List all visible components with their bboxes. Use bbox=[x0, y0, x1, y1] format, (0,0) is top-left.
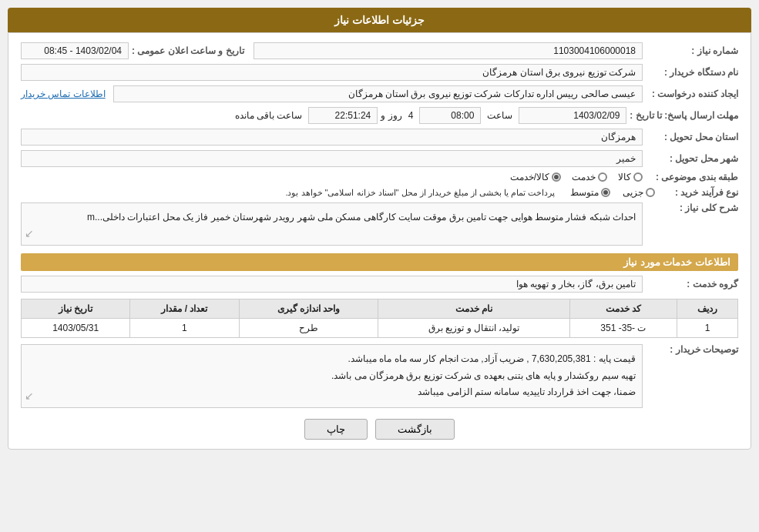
table-cell-need_date: 1403/05/31 bbox=[22, 319, 130, 338]
deadline-time-label: ساعت bbox=[487, 110, 512, 121]
process-option-1-label: جزیی bbox=[623, 187, 643, 198]
service-group-value: تامین برق، گاز، بخار و تهویه هوا bbox=[21, 276, 643, 293]
creator-value: عیسی صالحی رییس اداره تداركات شرکت توزیع… bbox=[113, 85, 643, 102]
deadline-date: 1403/02/09 bbox=[519, 107, 626, 124]
process-radio-2 bbox=[601, 188, 610, 197]
col-header-unit: واحد اندازه گیری bbox=[239, 299, 378, 319]
province-value: هرمزگان bbox=[21, 129, 643, 146]
back-button[interactable]: بازگشت bbox=[375, 419, 455, 440]
page-container: جزئیات اطلاعات نیاز شماره نیاز : 1103004… bbox=[0, 0, 759, 532]
province-label: استان محل تحویل : bbox=[646, 132, 738, 142]
remaining-suffix: ساعت باقی مانده bbox=[235, 110, 303, 121]
buyer-notes-label: توصیحات خریدار : bbox=[646, 344, 738, 355]
main-panel: شماره نیاز : 1103004106000018 تاریخ و سا… bbox=[8, 32, 751, 450]
creator-contact-link[interactable]: اطلاعات تماس خریدار bbox=[21, 89, 106, 99]
city-label: شهر محل تحویل : bbox=[646, 153, 738, 164]
province-row: استان محل تحویل : هرمزگان bbox=[21, 129, 738, 146]
page-header: جزئیات اطلاعات نیاز bbox=[8, 8, 751, 32]
buyer-notes-line1: قیمت پایه : 7,630,205,381 , ضریب آزاد, م… bbox=[28, 351, 636, 368]
process-note: پرداخت تمام یا بخشی از مبلغ خریدار از مح… bbox=[285, 188, 555, 198]
deadline-row: مهلت ارسال پاسخ: تا تاریخ : 1403/02/09 س… bbox=[21, 107, 738, 124]
button-row: بازگشت چاپ bbox=[21, 419, 738, 440]
creator-row: ایجاد کننده درخواست : عیسی صالحی رییس اد… bbox=[21, 85, 738, 102]
category-option-1-label: کالا bbox=[618, 172, 631, 182]
remaining-days-value: 4 bbox=[408, 110, 414, 121]
category-option-3-label: کالا/خدمت bbox=[510, 172, 549, 182]
category-radio-1 bbox=[633, 172, 643, 182]
city-value: خمیر bbox=[21, 150, 643, 167]
remaining-time: 22:51:24 bbox=[308, 107, 378, 124]
city-row: شهر محل تحویل : خمیر bbox=[21, 150, 738, 167]
category-option-2-label: خدمت bbox=[572, 172, 596, 182]
buyer-notes-row: توصیحات خریدار : قیمت پایه : 7,630,205,3… bbox=[21, 344, 738, 408]
need-desc-value: احداث شبکه فشار متوسط هوایی جهت تامین بر… bbox=[21, 202, 643, 246]
table-cell-service_name: تولید، انتقال و توزیع برق bbox=[378, 319, 569, 338]
services-table: ردیف کد خدمت نام خدمت واحد اندازه گیری ت… bbox=[21, 299, 738, 338]
header-title: جزئیات اطلاعات نیاز bbox=[334, 14, 425, 26]
col-header-quantity: تعداد / مقدار bbox=[130, 299, 239, 319]
table-cell-quantity: 1 bbox=[130, 319, 239, 338]
buyer-org-label: نام دستگاه خریدار : bbox=[646, 67, 738, 78]
process-label: نوع فرآیند خرید : bbox=[661, 187, 738, 198]
col-header-row-num: ردیف bbox=[677, 299, 738, 319]
need-desc-row: شرح کلی نیاز : احداث شبکه فشار متوسط هوا… bbox=[21, 202, 738, 246]
buyer-notes-line2: تهیه سیم روکشدار و پایه های بتنی بعهده ی… bbox=[28, 368, 636, 385]
need-number-label: شماره نیاز : bbox=[646, 45, 738, 56]
table-cell-unit: طرح bbox=[239, 319, 378, 338]
process-option-1[interactable]: جزیی bbox=[623, 187, 655, 198]
process-option-2[interactable]: متوسط bbox=[570, 187, 610, 198]
category-radio-2 bbox=[598, 172, 607, 182]
deadline-time: 08:00 bbox=[419, 107, 481, 124]
process-options: جزیی متوسط bbox=[570, 187, 655, 198]
category-options: کالا خدمت کالا/خدمت bbox=[510, 172, 643, 182]
service-group-label: گروه خدمت : bbox=[646, 279, 738, 289]
process-row: نوع فرآیند خرید : جزیی متوسط پرداخت تمام… bbox=[21, 187, 738, 198]
need-desc-label: شرح کلی نیاز : bbox=[646, 202, 738, 213]
deadline-label: مهلت ارسال پاسخ: تا تاریخ : bbox=[630, 110, 738, 121]
buyer-org-row: نام دستگاه خریدار : شرکت توزیع نیروی برق… bbox=[21, 64, 738, 81]
services-section-title: اطلاعات خدمات مورد نیاز bbox=[21, 253, 738, 271]
creator-label: ایجاد کننده درخواست : bbox=[646, 89, 738, 99]
category-row: طبقه بندی موضوعی : کالا خدمت کالا/خدمت bbox=[21, 172, 738, 182]
services-table-section: ردیف کد خدمت نام خدمت واحد اندازه گیری ت… bbox=[21, 299, 738, 338]
category-label: طبقه بندی موضوعی : bbox=[646, 172, 738, 182]
table-cell-row_num: 1 bbox=[677, 319, 738, 338]
col-header-service-code: کد خدمت bbox=[569, 299, 677, 319]
buyer-notes-line3: ضمنا، جهت اخذ قرارداد تاییدیه سامانه ستم… bbox=[28, 384, 636, 401]
remaining-days-label: روز و bbox=[381, 110, 401, 121]
category-option-1[interactable]: کالا bbox=[618, 172, 643, 182]
table-row: 1ت -35- 351تولید، انتقال و توزیع برقطرح1… bbox=[22, 319, 738, 338]
category-radio-3 bbox=[552, 172, 561, 182]
announce-value: 1403/02/04 - 08:45 bbox=[21, 42, 129, 59]
need-number-value: 1103004106000018 bbox=[254, 42, 643, 59]
announce-label: تاریخ و ساعت اعلان عمومی : bbox=[132, 45, 244, 56]
buyer-org-value: شرکت توزیع نیروی برق استان هرمزگان bbox=[21, 64, 643, 81]
col-header-need-date: تاریخ نیاز bbox=[22, 299, 130, 319]
need-number-row: شماره نیاز : 1103004106000018 تاریخ و سا… bbox=[21, 42, 738, 59]
col-header-service-name: نام خدمت bbox=[378, 299, 569, 319]
category-option-2[interactable]: خدمت bbox=[572, 172, 607, 182]
process-radio-1 bbox=[646, 188, 655, 197]
print-button[interactable]: چاپ bbox=[304, 419, 368, 440]
process-option-2-label: متوسط bbox=[570, 187, 599, 198]
buyer-notes-content: قیمت پایه : 7,630,205,381 , ضریب آزاد, م… bbox=[21, 344, 643, 408]
category-option-3[interactable]: کالا/خدمت bbox=[510, 172, 561, 182]
service-group-row: گروه خدمت : تامین برق، گاز، بخار و تهویه… bbox=[21, 276, 738, 293]
table-cell-service_code: ت -35- 351 bbox=[569, 319, 677, 338]
